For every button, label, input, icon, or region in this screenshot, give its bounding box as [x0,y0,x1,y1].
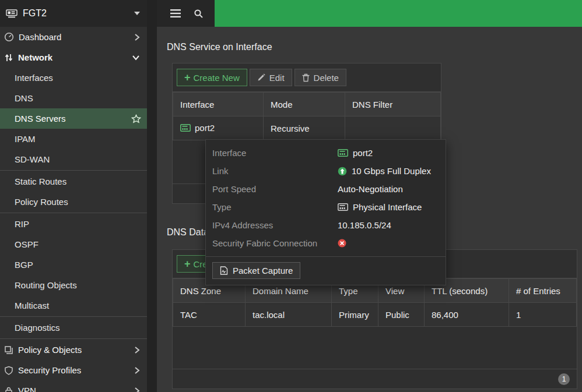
tooltip-row-link: Link 10 Gbps Full Duplex [206,162,446,180]
content: DNS Service on Interface + Create New Ed… [157,27,582,392]
sidebar-item-label: Policy Routes [15,197,68,207]
sidebar-item-ipam[interactable]: IPAM [0,129,147,149]
table-row-tac[interactable]: TAC tac.local Primary Public 86,400 1 [173,303,577,327]
search-icon[interactable] [194,9,204,19]
create-new-button[interactable]: + Create New [177,69,247,86]
star-icon[interactable] [131,114,141,123]
physical-interface-icon [338,203,348,211]
chevron-right-icon [134,33,140,41]
sidebar-item-label: Dashboard [19,32,61,42]
sidebar-item-network[interactable]: Network [0,47,147,68]
table-row-port2[interactable]: port2 Recursive [173,116,441,140]
sidebar-item-ospf[interactable]: OSPF [0,234,147,255]
dns-database-footer: 1 [173,369,577,389]
sidebar-item-multicast[interactable]: Multicast [0,295,147,316]
packet-capture-button[interactable]: Packet Capture [212,262,300,279]
trash-icon [302,73,310,82]
sidebar-item-policy-routes[interactable]: Policy Routes [0,192,147,212]
sidebar-item-static-routes[interactable]: Static Routes [0,171,147,192]
tooltip-label: Link [212,166,338,176]
policy-objects-icon [4,345,13,355]
menu-divider [0,338,147,339]
sidebar-item-label: Network [18,52,52,62]
sidebar-item-routing-objects[interactable]: Routing Objects [0,275,147,295]
menu-divider [0,316,147,317]
sidebar-item-interfaces[interactable]: Interfaces [0,68,147,88]
sidebar-item-rip[interactable]: RIP [0,214,147,234]
sidebar-item-security-profiles[interactable]: Security Profiles [0,360,147,380]
sidebar-item-label: Interfaces [15,73,53,83]
tooltip-footer: Packet Capture [206,256,446,279]
sidebar-item-label: Routing Objects [15,280,77,290]
tooltip-label: Interface [212,148,338,158]
interface-tooltip: Interface port2 Link 10 Gbps Full [205,139,446,285]
sidebar-item-label: DNS [15,93,33,103]
sidebar-item-bgp[interactable]: BGP [0,255,147,275]
device-header[interactable]: FGT2 [0,0,147,27]
topbar [157,0,582,27]
interface-icon [338,149,348,157]
sidebar-item-policy-objects[interactable]: Policy & Objects [0,340,147,360]
sidebar-item-label: Policy & Objects [18,345,82,355]
dns-service-toolbar: + Create New Edit Delete [173,63,441,92]
device-name: FGT2 [23,8,47,19]
tooltip-row-port-speed: Port Speed Auto-Negotiation [206,180,446,198]
menu-divider [0,170,147,171]
network-icon [4,53,13,62]
sidebar-item-dashboard[interactable]: Dashboard [0,27,147,47]
edit-label: Edit [269,73,285,83]
sidebar-item-label: IPAM [15,134,36,144]
pagination-page-1[interactable]: 1 [558,373,570,385]
chevron-right-icon [134,346,140,354]
sidebar-item-diagnostics[interactable]: Diagnostics [0,317,147,338]
column-header-dns-filter[interactable]: DNS Filter [345,93,441,116]
topbar-tools [157,0,215,27]
plus-icon: + [184,72,191,83]
sidebar-item-vpn[interactable]: VPN [0,380,147,392]
edit-button[interactable]: Edit [250,69,292,86]
delete-button[interactable]: Delete [294,69,346,86]
tooltip-row-type: Type Physical Interface [206,198,446,216]
caret-down-icon[interactable] [134,12,140,15]
sidebar-item-label: OSPF [15,239,38,249]
sidebar-item-dns-servers[interactable]: DNS Servers [0,108,147,129]
interface-name: port2 [195,123,215,133]
disabled-icon [338,239,346,248]
column-header-interface[interactable]: Interface [173,93,264,116]
tooltip-row-ipv4: IPv4 Addresses 10.185.0.5/24 [206,216,446,234]
tooltip-row-interface: Interface port2 [206,144,446,162]
link-up-icon [338,167,347,176]
table-empty-area [173,327,577,369]
create-new-label: Create New [194,73,240,83]
tooltip-label: Port Speed [212,184,338,194]
tooltip-label: Type [212,202,338,212]
hamburger-icon[interactable] [170,9,181,17]
vpn-icon [4,386,13,392]
sidebar-item-sd-wan[interactable]: SD-WAN [0,149,147,169]
dns-database-table: DNS Zone Domain Name Type View TTL (seco… [173,278,577,327]
column-header-mode[interactable]: Mode [264,93,345,116]
chevron-right-icon [134,387,140,392]
tooltip-value: port2 [353,148,373,158]
packet-capture-label: Packet Capture [233,266,293,276]
chevron-down-icon [132,55,140,61]
main-area: DNS Service on Interface + Create New Ed… [157,0,582,392]
cell-type: Primary [332,303,378,327]
cell-view: Public [378,303,425,327]
sidebar-item-dns[interactable]: DNS [0,88,147,108]
cell-entries: 1 [509,303,577,327]
dashboard-icon [4,32,14,42]
section-title-dns-service: DNS Service on Interface [167,42,272,52]
cell-interface: port2 [173,116,264,140]
sidebar-item-label: Diagnostics [15,323,60,333]
pencil-icon [257,73,265,82]
delete-label: Delete [314,73,339,83]
chevron-right-icon [134,366,140,375]
topbar-accent [215,0,582,27]
packet-capture-icon [220,266,228,275]
sidebar-item-label: VPN [18,386,36,392]
column-header-entries[interactable]: # of Entries [509,279,577,303]
cell-mode: Recursive [264,116,345,140]
dns-service-table: Interface Mode DNS Filter [173,92,441,140]
cell-dns-filter [345,116,441,140]
